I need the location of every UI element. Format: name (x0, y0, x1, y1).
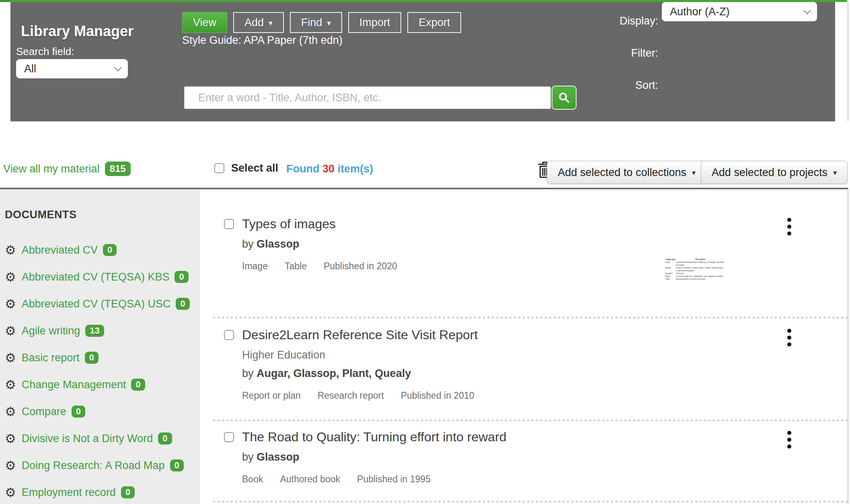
gear-icon: ⚙ (5, 406, 16, 418)
result-item: Types of images by Glassop ImageTablePub… (224, 215, 826, 272)
add-selected-to-projects-button[interactable]: Add selected to projects ▾ (701, 161, 848, 184)
item-authors: Augar, Glassop, Plant, Quealy (257, 367, 411, 379)
item-tag: Published in 2020 (324, 260, 397, 272)
top-accent-corner (0, 0, 10, 2)
add-button[interactable]: Add▾ (233, 12, 284, 33)
sidebar-item-label: Divisive is Not a Dirty Word (22, 432, 153, 445)
item-authors: Glassop (257, 451, 300, 463)
gear-icon: ⚙ (5, 352, 16, 364)
sidebar-item[interactable]: ⚙ Abbreviated CV (TEQSA) KBS 0 (5, 270, 200, 284)
sidebar-item-count-badge: 0 (170, 459, 184, 471)
item-tags: Report or planResearch reportPublished i… (242, 390, 826, 401)
select-all-label: Select all (231, 162, 278, 174)
item-authors: Glassop (257, 238, 300, 250)
item-checkbox[interactable] (224, 330, 234, 340)
sidebar-item[interactable]: ⚙ Doing Research: A Road Map 0 (5, 458, 200, 473)
sidebar-item[interactable]: ⚙ Basic report 0 (5, 350, 200, 365)
sidebar-item-count-badge: 0 (72, 406, 85, 418)
header: Library Manager View Add▾ Find▾ Import E… (10, 2, 835, 121)
gear-icon: ⚙ (5, 486, 16, 499)
sidebar-item[interactable]: ⚙ Abbreviated CV 0 (5, 243, 200, 257)
select-all-wrap: Select all (214, 162, 278, 174)
item-checkbox[interactable] (224, 219, 234, 229)
add-selected-to-collections-button[interactable]: Add selected to collections ▾ (547, 161, 706, 184)
kebab-menu-button[interactable] (781, 431, 797, 453)
sidebar-heading: DOCUMENTS (5, 209, 200, 221)
item-tag: Research report (318, 390, 384, 401)
sidebar-item-count-badge: 0 (103, 244, 117, 256)
item-separator (213, 501, 848, 502)
sidebar-item[interactable]: ⚙ Abbreviated CV (TEQSA) USC 0 (5, 297, 200, 311)
sidebar-item-count-badge: 13 (85, 325, 104, 337)
gear-icon: ⚙ (5, 459, 16, 472)
gear-icon: ⚙ (5, 271, 16, 283)
sidebar-item[interactable]: ⚙ Change Management 0 (5, 377, 200, 392)
chevron-down-icon (803, 7, 811, 14)
found-count: 30 (322, 163, 335, 175)
selector-label: Sort: (635, 79, 658, 92)
sidebar-item[interactable]: ⚙ Divisive is Not a Dirty Word 0 (5, 431, 200, 446)
sidebar-item-count-badge: 0 (176, 298, 189, 310)
selector-select[interactable]: Author (A-Z) (662, 2, 817, 21)
sidebar-item[interactable]: ⚙ Agile writing 13 (5, 324, 200, 338)
item-tags: ImageTablePublished in 2020 (242, 260, 826, 272)
sidebar-item-count-badge: 0 (175, 271, 188, 283)
document-type-list: ⚙ Abbreviated CV 0 ⚙ Abbreviated CV (TEQ… (5, 243, 200, 500)
kebab-menu-button[interactable] (781, 329, 797, 351)
gear-icon: ⚙ (5, 325, 16, 337)
item-subtitle: Higher Education (242, 348, 826, 362)
find-button[interactable]: Find▾ (290, 12, 342, 33)
sidebar: DOCUMENTS ⚙ Abbreviated CV 0 ⚙ Abbreviat… (0, 189, 200, 504)
import-button[interactable]: Import (348, 12, 402, 33)
kebab-menu-button[interactable] (781, 218, 797, 240)
select-all-checkbox[interactable] (214, 163, 224, 173)
search-icon (557, 91, 571, 104)
caret-down-icon: ▾ (692, 169, 696, 176)
caret-down-icon: ▾ (327, 19, 331, 27)
item-thumbnail: Image typeDescriptionChartA graphical re… (665, 257, 726, 281)
sidebar-item-label: Employment record (22, 486, 116, 499)
view-button[interactable]: View (182, 12, 227, 33)
sidebar-item-count-badge: 0 (131, 379, 145, 391)
item-tag: Report or plan (242, 390, 301, 401)
gear-icon: ⚙ (5, 379, 16, 391)
item-title: The Road to Quality: Turning effort into… (242, 428, 507, 445)
search-button[interactable] (552, 86, 577, 110)
item-separator (213, 420, 848, 421)
sidebar-item[interactable]: ⚙ Compare 0 (5, 404, 200, 419)
result-item: The Road to Quality: Turning effort into… (224, 428, 826, 485)
item-tags: BookAuthored bookPublished in 1995 (242, 473, 826, 485)
sidebar-item-label: Doing Research: A Road Map (22, 459, 165, 472)
sidebar-item-label: Change Management (22, 379, 126, 391)
item-title: Desire2Learn Reference Site Visit Report (242, 326, 478, 343)
item-tag: Authored book (280, 473, 340, 485)
sidebar-item-label: Abbreviated CV (22, 244, 98, 256)
item-byline: by Augar, Glassop, Plant, Quealy (242, 367, 826, 380)
item-title: Types of images (242, 215, 336, 232)
sidebar-item-label: Basic report (22, 352, 80, 364)
header-button-row: View Add▾ Find▾ Import Export (182, 12, 461, 33)
view-all-link[interactable]: View all my material (3, 163, 100, 175)
search-input[interactable] (184, 86, 551, 109)
item-checkbox[interactable] (224, 432, 234, 442)
chevron-down-icon (114, 64, 121, 71)
item-tag: Published in 2010 (401, 390, 474, 401)
caret-down-icon: ▾ (833, 169, 837, 176)
page-title: Library Manager (21, 23, 133, 40)
right-edge-divider (848, 2, 848, 504)
sidebar-item-count-badge: 0 (121, 486, 135, 498)
item-tag: Published in 1995 (357, 473, 431, 485)
gear-icon: ⚙ (5, 244, 16, 256)
item-byline: by Glassop (242, 450, 826, 464)
search-field-select[interactable]: All (16, 59, 128, 78)
caret-down-icon: ▾ (269, 19, 273, 27)
item-separator (213, 317, 848, 318)
gear-icon: ⚙ (5, 298, 16, 310)
sidebar-item-count-badge: 0 (158, 432, 172, 445)
result-item: Desire2Learn Reference Site Visit Report… (224, 326, 826, 401)
results-panel: Types of images by Glassop ImageTablePub… (200, 189, 848, 504)
sidebar-item[interactable]: ⚙ Employment record 0 (5, 485, 200, 500)
view-all-count-badge: 815 (105, 162, 131, 176)
item-tag: Image (242, 260, 268, 272)
export-button[interactable]: Export (407, 12, 461, 33)
